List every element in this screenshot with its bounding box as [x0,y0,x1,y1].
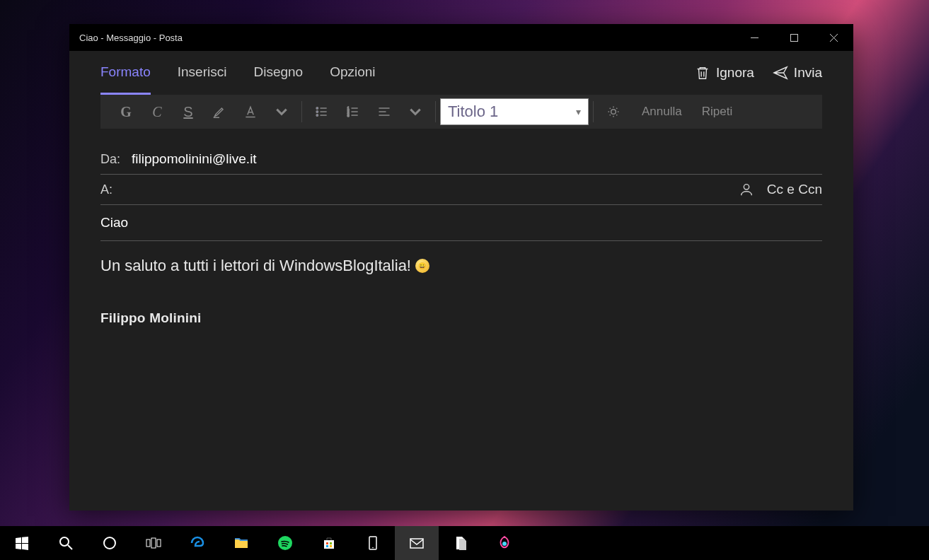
contact-icon[interactable] [739,182,754,197]
divider [301,101,302,122]
mail-app[interactable] [395,526,439,560]
svg-rect-26 [157,539,161,547]
close-icon [830,34,838,42]
subject-field[interactable]: Ciao [100,205,822,241]
font-color-icon [243,105,258,119]
tab-options[interactable]: Opzioni [330,51,375,95]
message-body[interactable]: Un saluto a tutti i lettori di WindowsBl… [100,241,822,511]
highlight-icon [212,105,226,119]
send-icon [773,65,788,81]
edge-app[interactable] [175,526,219,560]
tab-draw[interactable]: Disegno [253,51,303,95]
italic-button[interactable]: C [142,95,173,129]
send-button[interactable]: Invia [773,65,822,81]
ribbon-tabs: Formato Inserisci Disegno Opzioni [100,51,376,95]
paragraph-more-button[interactable] [400,95,431,129]
header-fields: Da: filippomolinini@live.it A: Cc e Ccn … [100,129,822,241]
svg-line-22 [68,545,72,549]
underline-button[interactable]: S [173,95,204,129]
phone-app[interactable] [351,526,395,560]
documents-app[interactable] [439,526,483,560]
chevron-down-icon: ▾ [576,106,581,117]
undo-button[interactable]: Annulla [629,105,689,119]
titlebar[interactable]: Ciao - Messaggio - Posta [69,24,853,51]
bullet-list-icon [315,105,329,119]
cortana-button[interactable] [88,526,132,560]
signature: Filippo Molinini [100,310,822,326]
send-label: Invia [794,65,822,81]
from-field[interactable]: Da: filippomolinini@live.it [100,144,822,175]
svg-point-19 [611,110,616,115]
redo-button[interactable]: Ripeti [689,105,739,119]
desktop: Ciao - Messaggio - Posta Formato Inseris… [0,0,929,560]
brightness-icon [606,105,621,119]
redo-label: Ripeti [702,105,732,119]
svg-point-35 [502,542,507,546]
search-icon [57,535,74,552]
start-button[interactable] [0,526,44,560]
minimize-button[interactable] [734,24,774,51]
maximize-icon [790,34,798,42]
align-icon [377,105,391,119]
taskbar[interactable] [0,526,929,560]
primary-actions: Ignora Invia [695,65,822,81]
font-more-button[interactable] [266,95,297,129]
search-button[interactable] [44,526,88,560]
svg-rect-31 [330,545,332,547]
menubar: Formato Inserisci Disegno Opzioni Ignora… [100,51,822,95]
paint-app[interactable] [483,526,526,560]
brightness-button[interactable] [598,95,629,129]
close-button[interactable] [814,24,853,51]
to-right-controls: Cc e Ccn [739,182,822,197]
cortana-icon [101,535,118,552]
chevron-down-icon [275,105,289,119]
window-controls [734,24,853,51]
format-toolbar: G C S 123 [100,95,822,129]
font-color-button[interactable] [235,95,266,129]
svg-point-21 [60,537,69,546]
spotify-icon [277,535,294,552]
svg-rect-29 [330,542,332,544]
to-label: A: [100,182,132,197]
align-button[interactable] [369,95,400,129]
body-line: Un saluto a tutti i lettori di WindowsBl… [100,257,822,275]
to-field[interactable]: A: Cc e Ccn [100,175,822,205]
cc-bcc-toggle[interactable]: Cc e Ccn [767,182,822,197]
tab-insert[interactable]: Inserisci [178,51,227,95]
subject-value: Ciao [100,215,128,230]
divider [593,101,594,122]
svg-rect-25 [151,538,156,548]
window-title: Ciao - Messaggio - Posta [79,33,183,43]
chevron-down-icon [408,105,422,119]
bullet-list-button[interactable] [306,95,337,129]
discard-label: Ignora [716,65,754,81]
spotify-app[interactable] [263,526,307,560]
from-value: filippomolinini@live.it [132,151,822,167]
svg-point-23 [104,537,115,549]
taskview-button[interactable] [132,526,175,560]
store-icon [321,535,337,552]
taskview-icon [145,535,162,552]
svg-rect-34 [410,539,423,548]
numbered-list-icon: 123 [346,105,360,119]
style-select[interactable]: Titolo 1 ▾ [440,98,589,125]
svg-rect-24 [146,539,150,547]
bold-button[interactable]: G [110,95,142,129]
numbered-list-button[interactable]: 123 [337,95,369,129]
body-text: Un saluto a tutti i lettori di WindowsBl… [100,257,411,275]
explorer-app[interactable] [219,526,263,560]
app-body: Formato Inserisci Disegno Opzioni Ignora… [69,51,853,511]
undo-label: Annulla [642,105,682,119]
svg-text:3: 3 [347,113,350,117]
from-label: Da: [100,152,132,167]
mail-compose-window: Ciao - Messaggio - Posta Formato Inseris… [69,24,853,511]
style-selected: Titolo 1 [448,103,498,121]
svg-rect-30 [326,545,328,547]
maximize-button[interactable] [774,24,814,51]
discard-button[interactable]: Ignora [695,65,754,81]
store-app[interactable] [307,526,351,560]
highlight-button[interactable] [204,95,235,129]
windows-icon [13,535,30,552]
folder-icon [233,535,250,552]
tab-format[interactable]: Formato [100,51,151,95]
